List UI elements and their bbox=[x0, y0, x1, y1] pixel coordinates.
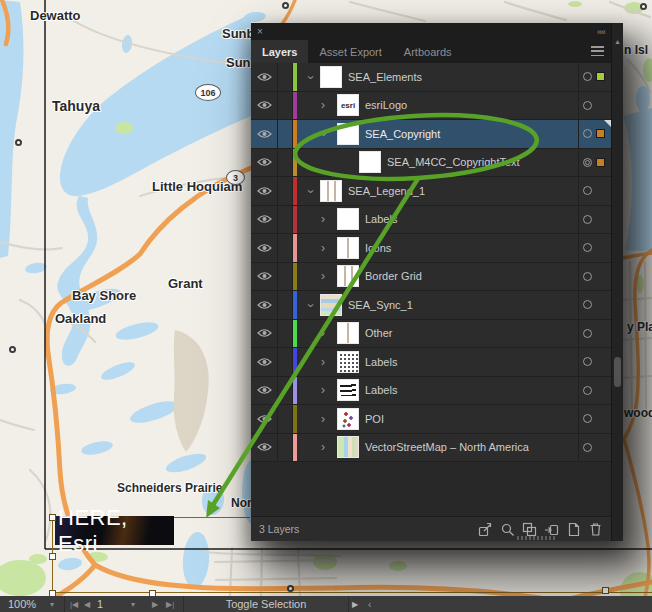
layer-name[interactable]: SEA_Elements bbox=[348, 71, 422, 83]
layer-name[interactable]: SEA_Legend_1 bbox=[348, 185, 425, 197]
layer-row-labels[interactable]: ›Labels bbox=[251, 377, 611, 406]
selection-color-chip[interactable] bbox=[596, 129, 605, 138]
expand-chevron-icon[interactable]: › bbox=[318, 271, 328, 281]
visibility-eye-icon[interactable] bbox=[251, 263, 278, 291]
expand-chevron-icon[interactable]: › bbox=[318, 357, 328, 367]
selection-handle[interactable] bbox=[602, 587, 609, 594]
layer-row-esrilogo[interactable]: ›esriesriLogo bbox=[251, 92, 611, 121]
layer-row-sea-sync-1[interactable]: ›SEA_Sync_1 bbox=[251, 291, 611, 320]
target-circle[interactable] bbox=[583, 243, 592, 252]
expand-chevron-icon[interactable]: › bbox=[306, 72, 316, 82]
layer-name[interactable]: SEA_M4CC_CopyrightText bbox=[387, 156, 520, 168]
lock-cell[interactable] bbox=[278, 177, 293, 205]
layer-name[interactable]: Labels bbox=[365, 384, 397, 396]
artboard-number[interactable]: 1 bbox=[97, 596, 103, 612]
expand-chevron-icon[interactable]: › bbox=[318, 442, 328, 452]
visibility-eye-icon[interactable] bbox=[251, 206, 278, 234]
lock-cell[interactable] bbox=[278, 92, 293, 120]
layer-name[interactable]: esriLogo bbox=[365, 99, 407, 111]
layer-row-labels[interactable]: ›Labels bbox=[251, 206, 611, 235]
expand-chevron-icon[interactable]: › bbox=[318, 414, 328, 424]
lock-cell[interactable] bbox=[278, 206, 293, 234]
expand-chevron-icon[interactable]: › bbox=[318, 385, 328, 395]
visibility-eye-icon[interactable] bbox=[251, 149, 278, 177]
visibility-eye-icon[interactable] bbox=[251, 234, 278, 262]
layer-name[interactable]: Labels bbox=[365, 356, 397, 368]
visibility-eye-icon[interactable] bbox=[251, 177, 278, 205]
layer-name[interactable]: Icons bbox=[365, 242, 391, 254]
lock-cell[interactable] bbox=[278, 120, 293, 148]
delete-layer-icon[interactable] bbox=[588, 522, 603, 537]
layer-thumbnail[interactable] bbox=[337, 322, 359, 344]
layer-row-sea-copyright[interactable]: ›SEA_Copyright bbox=[251, 120, 611, 149]
visibility-eye-icon[interactable] bbox=[251, 291, 278, 319]
selection-color-chip[interactable] bbox=[596, 72, 605, 81]
selection-handle[interactable] bbox=[49, 514, 56, 521]
target-circle[interactable] bbox=[583, 443, 592, 452]
layer-name[interactable]: SEA_Sync_1 bbox=[348, 299, 413, 311]
next-artboard-icon[interactable]: ▶ bbox=[152, 596, 158, 612]
target-circle[interactable] bbox=[583, 186, 592, 195]
lock-cell[interactable] bbox=[278, 263, 293, 291]
layer-name[interactable]: VectorStreetMap – North America bbox=[365, 441, 529, 453]
layer-name[interactable]: POI bbox=[365, 413, 384, 425]
layer-name[interactable]: Other bbox=[365, 327, 393, 339]
status-display[interactable]: Toggle Selection bbox=[184, 596, 348, 612]
tab-layers[interactable]: Layers bbox=[251, 40, 308, 63]
visibility-eye-icon[interactable] bbox=[251, 348, 278, 376]
expand-chevron-icon[interactable]: › bbox=[306, 186, 316, 196]
layer-thumbnail[interactable] bbox=[320, 294, 342, 316]
target-circle[interactable] bbox=[583, 300, 592, 309]
selection-handle[interactable] bbox=[49, 553, 56, 560]
layer-row-sea-legend-1[interactable]: ›SEA_Legend_1 bbox=[251, 177, 611, 206]
target-circle[interactable] bbox=[583, 386, 592, 395]
tab-artboards[interactable]: Artboards bbox=[393, 40, 463, 63]
lock-cell[interactable] bbox=[278, 377, 293, 405]
lock-cell[interactable] bbox=[278, 348, 293, 376]
layer-name[interactable]: Border Grid bbox=[365, 270, 422, 282]
target-circle[interactable] bbox=[583, 158, 592, 167]
layer-thumbnail[interactable] bbox=[320, 180, 342, 202]
new-sublayer-icon[interactable] bbox=[544, 522, 559, 537]
visibility-eye-icon[interactable] bbox=[251, 120, 278, 148]
layer-row-sea-m4cc-copyrighttext[interactable]: SEA_M4CC_CopyrightText bbox=[251, 149, 611, 178]
expand-chevron-icon[interactable]: › bbox=[318, 214, 328, 224]
tab-asset-export[interactable]: Asset Export bbox=[308, 40, 392, 63]
artboard-dropdown-icon[interactable]: ▾ bbox=[131, 596, 135, 612]
collapse-panel-icon[interactable]: «« bbox=[597, 27, 605, 37]
layer-thumbnail[interactable] bbox=[337, 123, 359, 145]
target-circle[interactable] bbox=[583, 129, 592, 138]
visibility-eye-icon[interactable] bbox=[251, 405, 278, 433]
new-layer-icon[interactable] bbox=[566, 522, 581, 537]
expand-chevron-icon[interactable]: › bbox=[318, 243, 328, 253]
layer-name[interactable]: SEA_Copyright bbox=[365, 128, 440, 140]
prev-artboard-icon[interactable]: ◀ bbox=[84, 596, 90, 612]
layer-row-labels[interactable]: ›Labels bbox=[251, 348, 611, 377]
layer-thumbnail[interactable] bbox=[337, 408, 359, 430]
last-artboard-icon[interactable]: ▶| bbox=[166, 596, 174, 612]
layer-thumbnail[interactable] bbox=[359, 151, 381, 173]
layer-row-icons[interactable]: ›Icons bbox=[251, 234, 611, 263]
make-clipping-mask-icon[interactable] bbox=[522, 522, 537, 537]
target-circle[interactable] bbox=[583, 101, 592, 110]
copyright-text-object[interactable]: HERE, Esri bbox=[55, 516, 174, 545]
layer-thumbnail[interactable] bbox=[337, 237, 359, 259]
lock-cell[interactable] bbox=[278, 291, 293, 319]
zoom-dropdown-icon[interactable]: ▾ bbox=[50, 596, 54, 612]
zoom-level[interactable]: 100% bbox=[8, 596, 36, 612]
collect-export-icon[interactable] bbox=[478, 522, 493, 537]
expand-chevron-icon[interactable]: › bbox=[306, 300, 316, 310]
scroll-up-icon[interactable]: ▴ bbox=[612, 37, 623, 46]
expand-chevron-icon[interactable]: › bbox=[318, 328, 328, 338]
layer-thumbnail[interactable] bbox=[337, 379, 359, 401]
selection-color-chip[interactable] bbox=[596, 158, 605, 167]
locate-object-icon[interactable] bbox=[500, 522, 515, 537]
status-flyout-icon[interactable]: ▶ bbox=[352, 596, 358, 612]
panel-resize-handle[interactable] bbox=[517, 536, 557, 540]
scroll-thumb[interactable] bbox=[614, 357, 621, 387]
panel-scrollbar[interactable]: ▴ bbox=[611, 23, 623, 541]
layer-thumbnail[interactable] bbox=[337, 208, 359, 230]
target-circle[interactable] bbox=[583, 329, 592, 338]
status-back-icon[interactable]: ‹ bbox=[368, 596, 371, 612]
expand-chevron-icon[interactable]: › bbox=[319, 129, 329, 139]
